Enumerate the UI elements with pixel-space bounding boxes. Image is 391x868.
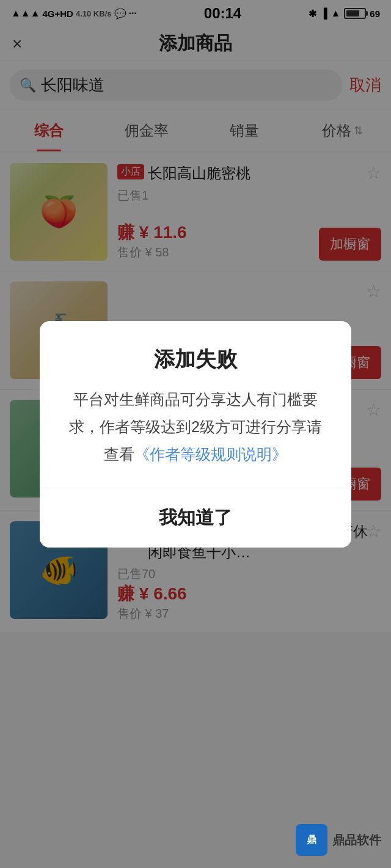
modal-text: 平台对生鲜商品可分享达人有门槛要求，作者等级达到2级方可进行分享请查看《作者等级… bbox=[62, 386, 329, 468]
modal-link[interactable]: 《作者等级规则说明》 bbox=[134, 446, 287, 463]
modal-title: 添加失败 bbox=[62, 345, 329, 374]
watermark: 鼎 鼎品软件 bbox=[296, 824, 381, 856]
modal-confirm-button[interactable]: 我知道了 bbox=[40, 488, 351, 548]
watermark-label: 鼎品软件 bbox=[332, 832, 381, 848]
modal-box: 添加失败 平台对生鲜商品可分享达人有门槛要求，作者等级达到2级方可进行分享请查看… bbox=[40, 321, 351, 548]
modal-body: 添加失败 平台对生鲜商品可分享达人有门槛要求，作者等级达到2级方可进行分享请查看… bbox=[40, 321, 351, 468]
watermark-logo: 鼎 bbox=[296, 824, 327, 856]
modal-overlay: 添加失败 平台对生鲜商品可分享达人有门槛要求，作者等级达到2级方可进行分享请查看… bbox=[0, 0, 391, 868]
